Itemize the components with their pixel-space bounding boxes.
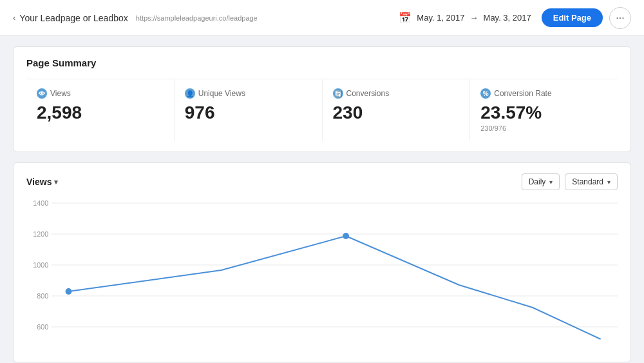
daily-dropdown[interactable]: Daily ▾ bbox=[522, 173, 560, 190]
line-chart: 1400 1200 1000 800 600 bbox=[26, 197, 618, 351]
svg-text:1000: 1000 bbox=[33, 261, 48, 269]
chart-title[interactable]: Views ▾ bbox=[26, 177, 58, 187]
chart-header: Views ▾ Daily ▾ Standard ▾ bbox=[26, 173, 618, 190]
conversion-rate-icon: % bbox=[480, 88, 491, 99]
views-value: 2,598 bbox=[37, 103, 164, 123]
header-url: https://sampleleadpageuri.co/leadpage bbox=[136, 14, 258, 22]
svg-text:600: 600 bbox=[37, 323, 48, 331]
back-button[interactable]: ‹ Your Leadpage or Leadbox bbox=[13, 13, 128, 23]
stats-row: 👁 Views 2,598 👤 Unique Views 976 🔄 Conve… bbox=[26, 79, 618, 141]
conversions-label: Conversions bbox=[346, 89, 390, 98]
standard-dropdown-label: Standard bbox=[572, 177, 603, 186]
more-options-button[interactable]: ··· bbox=[609, 7, 631, 29]
date-start: May. 1, 2017 bbox=[417, 13, 464, 23]
calendar-icon: 📅 bbox=[399, 12, 412, 24]
conversion-rate-label: Conversion Rate bbox=[494, 89, 551, 98]
stat-unique-views: 👤 Unique Views 976 bbox=[175, 79, 323, 141]
page-summary-card: Page Summary 👁 Views 2,598 👤 Unique View… bbox=[13, 46, 631, 152]
views-label: Views bbox=[50, 89, 71, 98]
daily-dropdown-label: Daily bbox=[529, 177, 546, 186]
chart-controls: Daily ▾ Standard ▾ bbox=[522, 173, 618, 190]
header: ‹ Your Leadpage or Leadbox https://sampl… bbox=[0, 0, 644, 36]
more-dots-icon: ··· bbox=[616, 12, 624, 24]
date-end: May. 3, 2017 bbox=[484, 13, 531, 23]
conversion-rate-sub: 230/976 bbox=[480, 124, 607, 132]
conversions-icon: 🔄 bbox=[333, 88, 343, 99]
standard-dropdown[interactable]: Standard ▾ bbox=[565, 173, 618, 190]
date-arrow-icon: → bbox=[470, 13, 478, 23]
conversion-rate-value: 23.57% bbox=[480, 103, 607, 123]
chart-start-dot bbox=[66, 288, 72, 295]
stat-conversion-rate: % Conversion Rate 23.57% 230/976 bbox=[470, 79, 618, 141]
stat-conversions: 🔄 Conversions 230 bbox=[323, 79, 471, 141]
standard-chevron-icon: ▾ bbox=[607, 179, 611, 186]
views-icon: 👁 bbox=[37, 88, 47, 99]
unique-views-label: Unique Views bbox=[198, 89, 245, 98]
chart-card: Views ▾ Daily ▾ Standard ▾ bbox=[13, 162, 631, 362]
date-range: 📅 May. 1, 2017 → May. 3, 2017 bbox=[399, 12, 531, 24]
unique-views-icon: 👤 bbox=[185, 88, 195, 99]
main-content: Page Summary 👁 Views 2,598 👤 Unique View… bbox=[0, 36, 644, 363]
svg-text:1400: 1400 bbox=[33, 199, 48, 207]
page-title: Your Leadpage or Leadbox bbox=[19, 13, 128, 23]
summary-title: Page Summary bbox=[26, 57, 618, 68]
chart-peak-dot bbox=[343, 233, 349, 239]
svg-text:800: 800 bbox=[37, 292, 48, 300]
unique-views-value: 976 bbox=[185, 103, 312, 123]
daily-chevron-icon: ▾ bbox=[549, 179, 553, 186]
conversions-value: 230 bbox=[333, 103, 460, 123]
chart-area: 1400 1200 1000 800 600 bbox=[26, 197, 618, 354]
chart-title-text: Views bbox=[26, 177, 52, 187]
edit-page-button[interactable]: Edit Page bbox=[542, 8, 603, 27]
chart-title-chevron-icon: ▾ bbox=[54, 178, 58, 186]
back-chevron-icon: ‹ bbox=[13, 13, 15, 23]
stat-views: 👁 Views 2,598 bbox=[26, 79, 175, 141]
svg-text:1200: 1200 bbox=[33, 230, 48, 238]
header-title-group: https://sampleleadpageuri.co/leadpage bbox=[136, 14, 258, 22]
